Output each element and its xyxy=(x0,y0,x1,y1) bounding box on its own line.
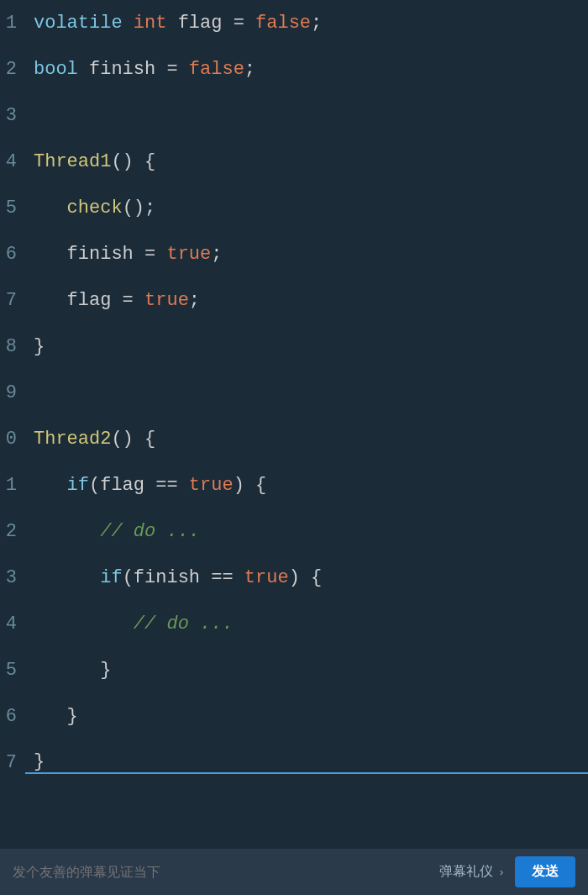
line-number: 8 xyxy=(0,336,25,357)
line-content: } xyxy=(25,706,588,727)
code-line: 4Thread1() { xyxy=(0,139,588,185)
code-line: 2 // do ... xyxy=(0,508,588,555)
code-token: ; xyxy=(211,244,222,265)
code-lines: 1volatile int flag = false;2bool finish … xyxy=(0,0,588,786)
line-content: if(finish == true) { xyxy=(25,567,588,588)
code-token: () { xyxy=(111,429,155,450)
code-token xyxy=(123,13,134,34)
code-editor: 1volatile int flag = false;2bool finish … xyxy=(0,0,588,849)
code-token: () { xyxy=(111,151,155,172)
code-token: if xyxy=(67,475,89,496)
code-line: 1 if(flag == true) { xyxy=(0,462,588,508)
code-token: finish = xyxy=(78,59,189,80)
code-token: } xyxy=(34,751,45,772)
code-token xyxy=(34,567,100,588)
line-number: 3 xyxy=(0,567,25,588)
code-line: 5 check(); xyxy=(0,185,588,231)
code-token: true xyxy=(144,290,189,311)
code-token xyxy=(34,521,100,542)
code-token: (); xyxy=(123,197,156,218)
line-content: // do ... xyxy=(25,521,588,542)
code-token: true xyxy=(244,567,289,588)
line-number: 4 xyxy=(0,151,25,172)
code-token: ) { xyxy=(289,567,323,588)
code-token: flag = xyxy=(166,13,255,34)
line-number: 3 xyxy=(0,105,25,126)
code-line: 1volatile int flag = false; xyxy=(0,0,588,46)
code-token: check xyxy=(67,197,123,218)
code-token: ) { xyxy=(234,475,267,496)
code-line: 0Thread2() { xyxy=(0,416,588,462)
line-number: 9 xyxy=(0,382,25,403)
code-token: } xyxy=(34,336,45,357)
code-token: flag = xyxy=(34,290,144,311)
code-token: Thread2 xyxy=(34,429,111,450)
code-token: true xyxy=(189,475,234,496)
code-line: 9 xyxy=(0,370,588,416)
line-content xyxy=(25,105,588,126)
code-line: 5 } xyxy=(0,647,588,693)
line-content: if(flag == true) { xyxy=(25,475,588,496)
line-content: // do ... xyxy=(25,613,588,634)
line-number: 5 xyxy=(0,660,25,681)
code-token: ; xyxy=(189,290,200,311)
code-token: (finish == xyxy=(123,567,244,588)
code-token: false xyxy=(189,59,244,80)
code-line: 3 xyxy=(0,92,588,139)
code-token: int xyxy=(134,13,167,34)
line-content: volatile int flag = false; xyxy=(25,13,588,34)
line-number: 7 xyxy=(0,290,25,311)
etiquette-button[interactable]: 弹幕礼仪 › xyxy=(428,856,515,887)
line-number: 7 xyxy=(0,752,25,773)
line-number: 1 xyxy=(0,475,25,496)
code-line: 7 flag = true; xyxy=(0,277,588,324)
line-number: 1 xyxy=(0,13,25,34)
line-content: Thread1() { xyxy=(25,151,588,172)
code-token: false xyxy=(255,13,311,34)
code-token: ; xyxy=(244,59,255,80)
code-line: 6 } xyxy=(0,693,588,740)
code-line: 7} xyxy=(0,740,588,786)
code-line: 4 // do ... xyxy=(0,601,588,647)
code-token: // do ... xyxy=(100,521,200,542)
line-number: 6 xyxy=(0,244,25,265)
send-button[interactable]: 发送 xyxy=(515,856,575,887)
line-content: Thread2() { xyxy=(25,429,588,450)
code-token: finish = xyxy=(34,244,166,265)
comment-input[interactable] xyxy=(13,865,428,880)
code-token: bool xyxy=(34,59,78,80)
line-content: check(); xyxy=(25,197,588,218)
code-token: // do ... xyxy=(134,613,234,634)
line-number: 2 xyxy=(0,521,25,542)
code-token xyxy=(34,197,67,218)
code-line: 2bool finish = false; xyxy=(0,46,588,92)
line-content xyxy=(25,382,588,403)
code-line: 3 if(finish == true) { xyxy=(0,555,588,601)
code-token: if xyxy=(100,567,122,588)
bottom-bar: 弹幕礼仪 › 发送 xyxy=(0,849,588,895)
line-number: 2 xyxy=(0,59,25,80)
code-token: true xyxy=(166,244,211,265)
line-content: finish = true; xyxy=(25,244,588,265)
code-token xyxy=(34,613,134,634)
line-number: 5 xyxy=(0,197,25,218)
line-number: 0 xyxy=(0,429,25,450)
line-content: } xyxy=(25,660,588,681)
code-token: } xyxy=(34,660,111,681)
code-line: 6 finish = true; xyxy=(0,231,588,277)
code-token: Thread1 xyxy=(34,151,111,172)
line-number: 6 xyxy=(0,706,25,727)
chevron-right-icon: › xyxy=(500,866,503,878)
line-content: } xyxy=(25,751,588,774)
line-number: 4 xyxy=(0,613,25,634)
code-token xyxy=(34,475,67,496)
line-content: flag = true; xyxy=(25,290,588,311)
line-content: } xyxy=(25,336,588,357)
code-token: } xyxy=(34,706,78,727)
code-token: volatile xyxy=(34,13,123,34)
code-token: ; xyxy=(311,13,322,34)
code-line: 8} xyxy=(0,324,588,370)
line-content: bool finish = false; xyxy=(25,59,588,80)
code-token: (flag == xyxy=(89,475,189,496)
